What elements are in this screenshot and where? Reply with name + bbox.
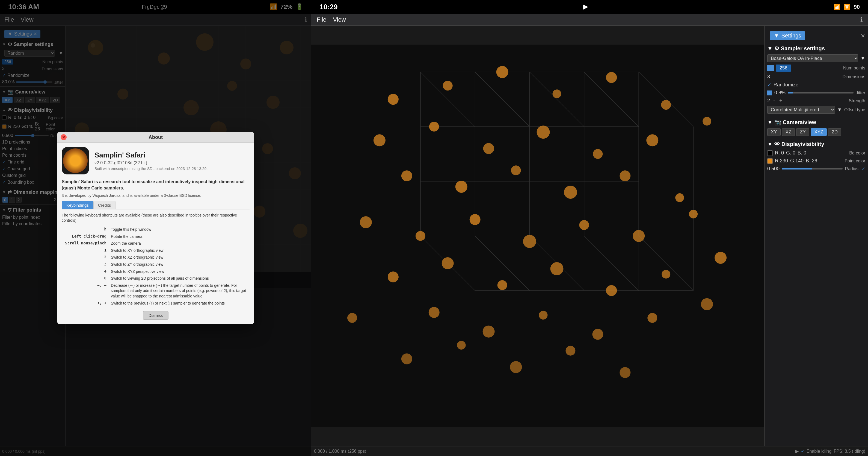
- right-point-swatch[interactable]: [767, 158, 773, 164]
- right-display-chevron[interactable]: ▼: [767, 141, 773, 147]
- right-settings-panel: ▼ Settings ✕ ▼ ⚙ Sampler settings Bose-G…: [764, 26, 868, 446]
- svg-point-74: [496, 66, 508, 78]
- kb-key-lr: ←, →: [62, 283, 111, 287]
- kb-desc-ud: Switch to the previous (↑) or next (↓) s…: [111, 301, 250, 306]
- right-radius-slider[interactable]: [782, 168, 843, 170]
- right-view-xz-button[interactable]: XZ: [782, 128, 795, 136]
- right-menu-bar: File View ℹ: [311, 14, 868, 26]
- dialog-title: About: [149, 135, 163, 140]
- right-point-color-label: Point color: [844, 159, 865, 164]
- right-battery: 90: [854, 4, 860, 10]
- right-enable-idling-label: Enable idling: [807, 449, 832, 454]
- svg-point-75: [552, 89, 561, 98]
- svg-point-72: [388, 94, 399, 105]
- app-license: It is developed by Wojciech Jarosz, and …: [62, 193, 250, 198]
- right-radius-toggle[interactable]: ✓: [862, 166, 865, 171]
- right-jitter-slider[interactable]: [788, 92, 854, 93]
- right-randomize-label: Randomize: [774, 82, 798, 88]
- kb-key-0: 0: [62, 276, 111, 280]
- kb-row-3: 3 Switch to ZY orthographic view: [62, 261, 250, 268]
- svg-point-76: [606, 72, 617, 83]
- svg-point-97: [689, 210, 698, 219]
- kb-row-1: 1 Switch to XY orthographic view: [62, 247, 250, 254]
- svg-point-111: [701, 298, 713, 310]
- right-radius-row: 0.500 Radius ✓: [765, 165, 868, 173]
- right-pt-g: G:140: [790, 158, 804, 164]
- right-randomize-check[interactable]: ✓: [767, 82, 771, 88]
- dialog-titlebar: ✕ About: [57, 132, 254, 143]
- dialog-close-button[interactable]: ✕: [61, 134, 67, 140]
- right-bg-swatch[interactable]: [767, 150, 773, 156]
- svg-point-107: [483, 325, 495, 338]
- kb-key-3: 3: [62, 262, 111, 266]
- right-idling-check[interactable]: ✓: [801, 449, 804, 454]
- right-bg-r: R: 0: [775, 150, 784, 156]
- right-strength-plus-btn[interactable]: +: [778, 98, 783, 104]
- kb-row-lr: ←, → Decrease (←) or increase (→) the ta…: [62, 282, 250, 300]
- right-main: ▼ Settings ✕ ▼ ⚙ Sampler settings Bose-G…: [311, 26, 868, 446]
- right-offset-dropdown[interactable]: Correlated Multi-jittered: [767, 106, 835, 114]
- svg-point-80: [483, 143, 494, 154]
- right-sampler-chevron[interactable]: ▼: [767, 46, 773, 52]
- svg-point-83: [646, 134, 658, 146]
- right-radius-value: 0.500: [767, 166, 779, 172]
- kb-desc-3: Switch to ZY orthographic view: [111, 262, 250, 267]
- svg-point-99: [442, 257, 454, 269]
- svg-point-77: [661, 100, 671, 110]
- svg-point-114: [510, 361, 522, 373]
- right-bg-color-row: R: 0 G: 0 B: 0 Bg color: [765, 149, 868, 157]
- right-view-2d-button[interactable]: 2D: [828, 128, 841, 136]
- kb-row-ud: ↑, ↓ Switch to the previous (↑) or next …: [62, 300, 250, 306]
- kb-row-2: 2 Switch to XZ orthographic view: [62, 254, 250, 261]
- right-divider-2: [765, 138, 868, 138]
- svg-point-109: [592, 329, 603, 340]
- right-num-points-label: Num points: [843, 66, 865, 70]
- right-offset-arrow: ▼: [837, 107, 842, 113]
- credits-tab[interactable]: Credits: [93, 201, 116, 209]
- app-title-block: Samplin' Safari v2.0.0-32-gf07108d (32 b…: [94, 147, 208, 174]
- right-num-points-input[interactable]: [776, 64, 791, 72]
- svg-point-91: [360, 216, 372, 228]
- right-view-xy-button[interactable]: XY: [767, 128, 781, 136]
- right-file-menu[interactable]: File: [317, 16, 326, 23]
- right-display-header: ▼ 👁 Display/visibility: [765, 139, 868, 149]
- svg-point-87: [511, 165, 521, 175]
- kb-key-h: h: [62, 227, 111, 231]
- svg-point-100: [497, 280, 507, 290]
- dismiss-button[interactable]: Dismiss: [143, 311, 169, 320]
- right-dimensions-row: 3 Dimensions: [765, 73, 868, 81]
- svg-point-98: [388, 272, 399, 282]
- svg-point-79: [429, 122, 439, 132]
- right-points-color: [767, 65, 774, 72]
- svg-point-94: [523, 235, 536, 248]
- right-jitter-value: 0.8%: [774, 90, 785, 96]
- left-panel: 10:36 AM Fri Dec 29 📶 72% 🔋 • • • File V…: [0, 0, 311, 456]
- svg-point-113: [457, 341, 466, 350]
- svg-point-92: [415, 231, 425, 241]
- right-view-menu[interactable]: View: [333, 16, 346, 23]
- keybindings-tab[interactable]: Keybindings: [62, 201, 93, 209]
- right-camera-chevron[interactable]: ▼: [767, 119, 773, 125]
- right-jitter-label: Jitter: [856, 90, 865, 95]
- right-num-points-row: Num points: [765, 63, 868, 73]
- right-fps-text: FPS: 8.5 (Idling): [834, 449, 865, 454]
- right-settings-close-button[interactable]: ✕: [861, 32, 865, 39]
- right-view-zy-button[interactable]: ZY: [796, 128, 809, 136]
- app-description: Samplin' Safari is a research tool to vi…: [62, 179, 250, 191]
- kb-desc-h: Toggle this help window: [111, 227, 250, 232]
- right-sampler-dropdown[interactable]: Bose-Galois OA In-Place: [767, 54, 858, 62]
- kb-desc-1: Switch to XY orthographic view: [111, 248, 250, 253]
- right-dropdown-arrow: ▼: [860, 56, 865, 61]
- svg-point-104: [715, 252, 726, 264]
- kb-desc-0: Switch to viewing 2D projections of all …: [111, 276, 250, 281]
- right-pt-r: R:230: [775, 158, 788, 164]
- right-strength-minus-btn[interactable]: -: [772, 98, 776, 104]
- svg-point-101: [550, 262, 563, 275]
- kb-row-0: 0 Switch to viewing 2D projections of al…: [62, 275, 250, 282]
- right-settings-tab[interactable]: ▼ Settings: [770, 31, 805, 40]
- right-display-icon: 👁: [774, 141, 780, 147]
- kb-row-scroll: Scroll mouse/pinch Zoom the camera: [62, 240, 250, 247]
- right-info-icon[interactable]: ℹ: [860, 16, 863, 23]
- right-view-xyz-button[interactable]: XYZ: [811, 128, 827, 136]
- about-dialog: ✕ About Samplin' Safari v2.0.0-32-gf0710…: [57, 132, 254, 324]
